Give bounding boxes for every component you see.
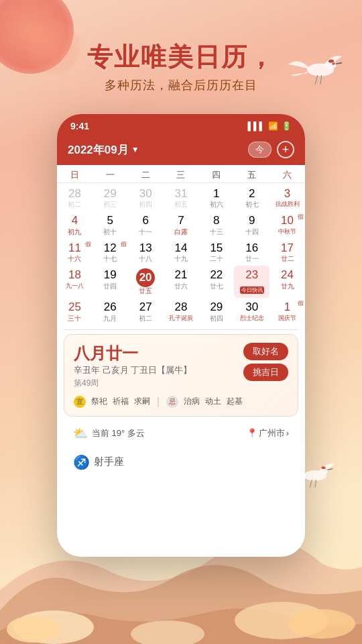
tag-foundation: 起基 — [227, 396, 243, 408]
cal-day-31-aug[interactable]: 31 初五 — [164, 184, 199, 211]
cal-day-12-sep[interactable]: 假 12 十七 — [93, 239, 128, 266]
cal-day-26-sep[interactable]: 26 九月 — [93, 298, 128, 325]
dropdown-icon: ▼ — [131, 145, 139, 154]
get-name-button[interactable]: 取好名 — [243, 343, 288, 360]
cal-day-21-sep[interactable]: 21 廿六 — [164, 266, 199, 298]
weather-temp: 当前 19° 多云 — [92, 427, 145, 439]
cal-day-7-sep[interactable]: 7 白露 — [164, 211, 199, 238]
tag-cure-label: 治病 — [184, 396, 200, 407]
cal-day-14-sep[interactable]: 14 十九 — [164, 239, 199, 266]
cal-day-20-sep[interactable]: 20 廿五 — [128, 266, 164, 298]
title-main: 专业唯美日历， — [0, 40, 362, 74]
today-button[interactable]: 今 — [248, 142, 272, 158]
cal-day-19-sep[interactable]: 19 廿四 — [93, 266, 128, 298]
battery-icon: 🔋 — [282, 121, 292, 131]
tag-bad-icon: 忌 — [166, 396, 178, 408]
weekday-fri: 五 — [234, 169, 269, 181]
cal-day-5-sep[interactable]: 5 初十 — [93, 211, 128, 238]
tag-sacrifice-label: 祭祀 — [91, 396, 107, 407]
calendar-grid: 28 初二 29 初三 30 初四 31 初五 1 初六 2 初七 3 抗战胜利 — [57, 183, 305, 327]
tag-cure: 治病 — [184, 396, 200, 408]
cal-day-10-sep[interactable]: 假 10 中秋节 — [269, 211, 305, 238]
tag-foundation-label: 起基 — [227, 396, 243, 407]
cal-day-15-sep[interactable]: 15 二十 — [198, 239, 234, 266]
weather-icon: ⛅ — [73, 426, 88, 441]
status-icons: ▌▌▌ 📶 🔋 — [247, 121, 292, 131]
cal-day-9-sep[interactable]: 9 十四 — [234, 211, 269, 238]
cal-day-1-oct[interactable]: 假 1 国庆节 — [269, 298, 305, 325]
cal-day-23-sep[interactable]: 23 今日快讯 — [234, 266, 269, 298]
signal-icon: ▌▌▌ — [247, 121, 265, 131]
status-time: 9:41 — [70, 121, 89, 131]
status-bar: 9:41 ▌▌▌ 📶 🔋 — [57, 114, 305, 138]
info-week: 第49周 — [74, 378, 192, 389]
info-panel: 八月廿一 辛丑年 己亥月 丁丑日【属牛】 第49周 取好名 挑吉日 宜 祭祀 祈… — [64, 334, 298, 417]
add-event-button[interactable]: + — [277, 141, 294, 158]
holiday-badge-12: 假 — [121, 240, 127, 249]
holiday-badge-10: 假 — [298, 213, 304, 221]
info-date-chinese: 八月廿一 — [74, 343, 192, 364]
crane-bottom-icon — [288, 449, 342, 496]
tag-sacrifice: 祭祀 — [91, 396, 107, 408]
month-title[interactable]: 2022年09月 ▼ — [68, 142, 139, 158]
phone-mockup: 9:41 ▌▌▌ 📶 🔋 2022年09月 ▼ 今 + 日 一 二 三 四 五 … — [57, 114, 305, 557]
location-arrow: › — [286, 428, 289, 438]
month-label: 2022年09月 — [68, 142, 129, 158]
tag-good-icon: 宜 — [74, 396, 86, 408]
cal-day-13-sep[interactable]: 13 十八 — [128, 239, 164, 266]
header-actions: 今 + — [248, 141, 294, 158]
cal-day-2-sep[interactable]: 2 初七 — [234, 184, 269, 211]
weather-row: ⛅ 当前 19° 多云 📍 广州市 › — [64, 421, 298, 446]
divider — [64, 329, 298, 330]
weather-location[interactable]: 📍 广州市 › — [247, 427, 289, 439]
cal-day-30-aug[interactable]: 30 初四 — [128, 184, 164, 211]
info-action-buttons: 取好名 挑吉日 — [243, 343, 288, 381]
weekday-header: 日 一 二 三 四 五 六 — [57, 165, 305, 183]
cal-day-11-sep[interactable]: 假 11 十六 — [57, 239, 93, 266]
weekday-thu: 四 — [198, 169, 234, 181]
bad-icon: 忌 — [166, 396, 178, 408]
cal-day-24-sep[interactable]: 24 廿九 — [269, 266, 305, 298]
cal-day-30-sep[interactable]: 30 烈士纪念 — [234, 298, 269, 325]
cal-day-22-sep[interactable]: 22 廿七 — [198, 266, 234, 298]
tag-pray-label: 祈福 — [113, 396, 129, 407]
cal-day-25-sep[interactable]: 25 三十 — [57, 298, 93, 325]
svg-point-18 — [321, 466, 325, 469]
cal-day-8-sep[interactable]: 8 十三 — [198, 211, 234, 238]
weather-info: ⛅ 当前 19° 多云 — [73, 426, 145, 441]
info-detail: 辛丑年 己亥月 丁丑日【属牛】 — [74, 364, 192, 376]
holiday-badge-11: 假 — [85, 240, 91, 249]
cal-day-3-sep[interactable]: 3 抗战胜利 — [269, 184, 305, 211]
info-date-row: 八月廿一 辛丑年 己亥月 丁丑日【属牛】 第49周 取好名 挑吉日 — [74, 343, 288, 393]
weekday-wed: 三 — [164, 169, 199, 181]
tag-divider: | — [157, 396, 160, 408]
zodiac-row[interactable]: ♐ 射手座 — [64, 449, 298, 476]
cal-day-16-sep[interactable]: 16 廿一 — [234, 239, 269, 266]
cal-day-17-sep[interactable]: 17 廿二 — [269, 239, 305, 266]
svg-line-17 — [315, 480, 316, 488]
info-tags: 宜 祭祀 祈福 求嗣 | 忌 治病 动土 起基 — [74, 396, 288, 408]
weekday-mon: 一 — [93, 169, 128, 181]
auspicious-day-button[interactable]: 挑吉日 — [243, 364, 288, 381]
cal-day-4-sep[interactable]: 4 初九 — [57, 211, 93, 238]
location-pin-icon: 📍 — [247, 428, 257, 438]
tag-seek-label: 求嗣 — [134, 396, 150, 407]
weekday-sun: 日 — [57, 169, 93, 181]
cal-day-29-sep[interactable]: 29 初四 — [198, 298, 234, 325]
cal-day-28-aug[interactable]: 28 初二 — [57, 184, 93, 211]
tag-earth-label: 动土 — [205, 396, 221, 407]
svg-line-16 — [310, 480, 312, 488]
svg-point-10 — [288, 609, 355, 639]
calendar-header: 2022年09月 ▼ 今 + — [57, 138, 305, 165]
tag-pray: 祈福 — [113, 396, 129, 408]
cal-day-27-sep[interactable]: 27 初二 — [128, 298, 164, 325]
cal-day-18-sep[interactable]: 18 九一八 — [57, 266, 93, 298]
cal-day-6-sep[interactable]: 6 十一 — [128, 211, 164, 238]
cal-day-29-aug[interactable]: 29 初三 — [93, 184, 128, 211]
weekday-tue: 二 — [128, 169, 164, 181]
title-area: 专业唯美日历， 多种历法，融合后历历在目 — [0, 40, 362, 93]
cal-day-1-sep[interactable]: 1 初六 — [198, 184, 234, 211]
cal-day-28-sep[interactable]: 28 孔子诞辰 — [164, 298, 199, 325]
zodiac-symbol: ♐ — [73, 454, 90, 470]
location-name: 广州市 — [259, 427, 285, 439]
